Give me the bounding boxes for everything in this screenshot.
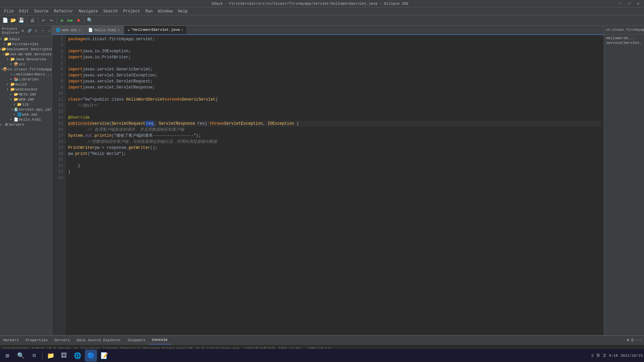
toolbar-open[interactable]: 📂 (9, 17, 17, 24)
toolbar-stop[interactable]: ■ (75, 17, 82, 24)
menu-item-refactor[interactable]: Refactor (51, 8, 76, 14)
tree-item-10[interactable]: ▾ 📂 WebContent (0, 87, 52, 92)
bottom-tab-console[interactable]: Console (149, 336, 171, 345)
start-button[interactable]: ⊞ (1, 350, 13, 362)
toolbar: 📄 📂 💾 🖨 ↩ ↪ ▶ ▶▶ ■ 🔍 (0, 15, 644, 25)
close-btn[interactable]: ✕ (635, 1, 641, 6)
bottom-tab-markers[interactable]: Markers (0, 336, 22, 345)
line-num-2: 2 (54, 42, 63, 48)
line-num-17: 17 (54, 133, 63, 139)
browser-btn[interactable]: 🌐 (71, 350, 84, 362)
tree-item-6[interactable]: ▾ 📦 cn.itcast.firstmyapp (0, 67, 52, 72)
toolbar-run[interactable]: ▶▶ (67, 17, 74, 24)
tree-item-2[interactable]: ▸ 📂 Deployment Descriptors: (0, 47, 52, 52)
menu-item-file[interactable]: File (1, 8, 16, 14)
tab-close-2[interactable]: ✕ (181, 28, 183, 32)
menu-item-run[interactable]: Run (143, 8, 156, 14)
line-num-21: 21 (54, 157, 63, 163)
outline-item-0[interactable]: HelloWordS... (605, 36, 643, 41)
tree-item-13[interactable]: ▾ 📂 lib (0, 102, 52, 107)
code-line-6: import javax.servlet.GenericServlet; (68, 66, 601, 72)
code-line-20: pw.print("Hello World"); (68, 151, 601, 157)
toolbar-redo[interactable]: ↪ (48, 17, 55, 24)
minimize-panel-btn[interactable]: ─ (40, 28, 46, 34)
eclipse-btn[interactable]: 🔵 (85, 350, 97, 362)
outline-item-1[interactable]: service(ServletRe (605, 41, 643, 45)
title-text: 5day3 - FirstServlet/src/cn/itcast/first… (3, 2, 617, 6)
maximize-btn[interactable]: □ (626, 1, 633, 6)
code-editor[interactable]: 123456789101112131415161718192021222324 … (52, 35, 604, 335)
line-num-5: 5 (54, 60, 63, 66)
menu-item-window[interactable]: Window (155, 8, 175, 14)
title-bar: 5day3 - FirstServlet/src/cn/itcast/first… (0, 0, 644, 7)
line-num-20: 20 (54, 151, 63, 157)
toolbar-save[interactable]: 💾 (17, 17, 25, 24)
editor-tab-2[interactable]: ☕*HelloWordServlet.java✕ (124, 25, 187, 34)
toolbar-search[interactable]: 🔍 (86, 17, 93, 24)
editor-tab-1[interactable]: 📄hello.html✕ (85, 25, 123, 34)
line-num-1: 1 (54, 36, 63, 42)
code-line-15: public void service(ServletRequest req, … (68, 121, 601, 127)
bottom-tab-data-source-explorer[interactable]: Data Source Explorer (73, 336, 124, 345)
tree-item-11[interactable]: ▸ 📂 META-INF (0, 92, 52, 97)
taskbar-ime: S (591, 354, 594, 358)
project-explorer-header: Project Explorer ⊟ 🔗 ▽ ─ □ (0, 25, 52, 37)
bottom-tab-servers[interactable]: Servers (51, 336, 73, 345)
line-num-4: 4 (54, 54, 63, 60)
tab-close-0[interactable]: ✕ (78, 28, 80, 32)
tree-item-1[interactable]: ▾ 📁 FirstServlet (0, 42, 52, 47)
word-btn[interactable]: 📝 (98, 350, 110, 362)
search-taskbar[interactable]: 🔍 (15, 350, 27, 362)
link-editor-btn[interactable]: 🔗 (26, 28, 33, 34)
console-clear-btn[interactable]: 🗑 (631, 338, 635, 343)
photos-btn[interactable]: 🖼 (58, 350, 70, 362)
toolbar-print[interactable]: 🖨 (29, 17, 36, 24)
menu-item-project[interactable]: Project (120, 8, 143, 14)
line-num-6: 6 (54, 66, 63, 72)
toolbar-debug[interactable]: ▶ (59, 17, 66, 24)
tree-item-12[interactable]: ▾ 📂 WEB-INF (0, 97, 52, 102)
menu-item-search[interactable]: Search (101, 8, 120, 14)
tree-item-9[interactable]: ▸ 📂 build (0, 82, 52, 87)
tree-item-16[interactable]: ▸ 📄 hello.html (0, 117, 52, 122)
line-num-12: 12 (54, 103, 63, 109)
code-line-18: //把数据响应给客户端，与浏览器绑定的输出流，作用向浏览器输出数据 (68, 139, 601, 145)
bottom-tab-bar: MarkersPropertiesServersData Source Expl… (0, 336, 644, 345)
tree-item-3[interactable]: ▸ 📂 JAX-WS Web Services (0, 52, 52, 57)
console-minimize-btn[interactable]: ─ (636, 338, 638, 343)
tree-item-5[interactable]: ▾ 📦 src (0, 62, 52, 67)
console-stop-btn[interactable]: ■ (627, 338, 629, 343)
line-num-13: 13 (54, 109, 63, 115)
tree-item-0[interactable]: ▾ 📁 5day3 (0, 37, 52, 42)
tree-item-7[interactable]: ▸ ☕ HelloWordServ... (0, 72, 52, 77)
line-num-7: 7 (54, 72, 63, 78)
menu-item-help[interactable]: Help (175, 8, 191, 14)
bottom-tab-snippets[interactable]: Snippets (124, 336, 149, 345)
menu-item-navigate[interactable]: Navigate (76, 8, 101, 14)
editor-tab-0[interactable]: 🌐web.xml✕ (52, 25, 84, 34)
toolbar-new[interactable]: 📄 (1, 17, 9, 24)
bottom-tab-properties[interactable]: Properties (22, 336, 51, 345)
console-maximize-btn[interactable]: □ (640, 338, 642, 343)
main-area: Project Explorer ⊟ 🔗 ▽ ─ □ ▾ 📁 5day3 ▾ 📁… (0, 25, 644, 335)
task-view-btn[interactable]: ⧉ (28, 350, 40, 362)
code-content[interactable]: package cn.itcast.firstmyapp.servlet; im… (65, 35, 604, 335)
code-line-9: import javax.servlet.ServletResponse; (68, 84, 601, 90)
tree-item-8[interactable]: ▸ 📚 Libraries (0, 77, 52, 82)
tree-item-15[interactable]: ▸ 🌐 web.xml (0, 112, 52, 117)
explorer-btn[interactable]: 📁 (45, 350, 57, 362)
toolbar-undo[interactable]: ↩ (40, 17, 47, 24)
line-num-3: 3 (54, 48, 63, 54)
code-line-7: import javax.servlet.ServletException; (68, 72, 601, 78)
minimize-btn[interactable]: ─ (617, 1, 624, 6)
tree-item-14[interactable]: ▸ 🫙 servlet-api.jar (0, 107, 52, 112)
tab-close-1[interactable]: ✕ (118, 28, 120, 32)
collapse-all-btn[interactable]: ⊟ (20, 28, 26, 34)
menu-item-source[interactable]: Source (32, 8, 51, 14)
view-menu-btn[interactable]: ▽ (33, 28, 39, 34)
code-line-1: package cn.itcast.firstmyapp.servlet; (68, 36, 601, 42)
code-line-24 (68, 175, 601, 181)
tree-item-17[interactable]: ▸ 🖥 Servers (0, 122, 52, 127)
menu-item-edit[interactable]: Edit (16, 8, 32, 14)
tree-item-4[interactable]: ▾ 📂 Java Resources (0, 57, 52, 62)
